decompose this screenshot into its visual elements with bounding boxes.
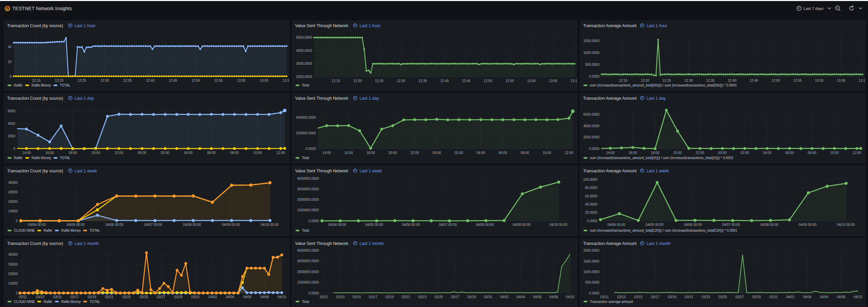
svg-text:20:00: 20:00	[673, 151, 682, 155]
svg-text:04/05 00:00: 04/05 00:00	[365, 223, 383, 227]
svg-text:Rafiki: Rafiki	[43, 300, 52, 304]
svg-text:2000.0000: 2000.0000	[583, 249, 600, 252]
svg-text:04/02: 04/02	[209, 295, 217, 299]
svg-text:TOTAL: TOTAL	[90, 229, 101, 232]
svg-text:Transaction Count (by source): Transaction Count (by source)	[7, 96, 63, 101]
svg-text:40000: 40000	[8, 253, 18, 256]
svg-text:12:55: 12:55	[793, 79, 802, 82]
svg-text:03/15: 03/15	[634, 295, 643, 299]
svg-text:03/29: 03/29	[752, 295, 761, 299]
svg-text:04/10 00:00: 04/10 00:00	[549, 223, 567, 227]
svg-text:0.0000: 0.0000	[587, 219, 597, 223]
svg-text:12:35: 12:35	[123, 79, 132, 82]
svg-text:Rafiki: Rafiki	[43, 229, 52, 232]
svg-text:Total: Total	[302, 83, 309, 87]
svg-text:03/25: 03/25	[719, 295, 727, 299]
svg-text:04/04 00:00: 04/04 00:00	[328, 223, 346, 227]
svg-text:14:00: 14:00	[22, 151, 31, 155]
svg-text:Value Sent Through Network: Value Sent Through Network	[295, 241, 349, 246]
svg-text:13:00: 13:00	[815, 79, 824, 82]
svg-text:sum (increase(transactions_amo: sum (increase(transactions_amount_total[…	[590, 229, 738, 232]
svg-text:04/08: 04/08	[549, 295, 558, 299]
svg-text:04/04: 04/04	[517, 295, 525, 299]
svg-text:03/15: 03/15	[352, 295, 361, 299]
svg-text:10000: 10000	[8, 282, 18, 285]
svg-text:04/06 00:00: 04/06 00:00	[684, 223, 702, 227]
svg-text:03/29: 03/29	[467, 295, 476, 299]
svg-text:06:00: 06:00	[785, 151, 794, 155]
svg-text:0: 0	[16, 219, 18, 223]
svg-text:Last 7 days: Last 7 days	[803, 6, 824, 11]
svg-text:03/17: 03/17	[369, 295, 377, 299]
svg-text:TOTAL: TOTAL	[90, 300, 101, 304]
svg-text:14:00: 14:00	[606, 151, 615, 155]
svg-text:4000.0000: 4000.0000	[296, 49, 312, 53]
svg-text:0.0000: 0.0000	[589, 291, 599, 295]
svg-text:18:00: 18:00	[366, 151, 375, 155]
svg-text:Value Sent Through Network: Value Sent Through Network	[295, 96, 349, 101]
svg-text:12:30: 12:30	[397, 79, 405, 83]
svg-text:12:00: 12:00	[276, 151, 285, 155]
svg-text:04/04: 04/04	[226, 295, 234, 299]
svg-text:03/23: 03/23	[122, 295, 131, 299]
svg-text:04/10: 04/10	[854, 295, 862, 299]
svg-text:13:00: 13:00	[527, 79, 536, 83]
svg-text:sum (increase(transactions_amo: sum (increase(transactions_amount_total[…	[590, 156, 734, 160]
svg-text:00:00: 00:00	[138, 151, 146, 155]
svg-text:03/31: 03/31	[191, 295, 200, 299]
svg-text:08:00: 08:00	[808, 151, 816, 155]
svg-text:04/10 00:00: 04/10 00:00	[837, 223, 855, 227]
svg-text:Last 1 week: Last 1 week	[647, 169, 669, 173]
svg-text:04/05 00:00: 04/05 00:00	[646, 223, 664, 227]
svg-text:Last 1 hour: Last 1 hour	[360, 23, 381, 28]
svg-text:Total: Total	[302, 229, 309, 232]
svg-text:03/19: 03/19	[385, 295, 394, 299]
svg-text:Last 1 day: Last 1 day	[75, 96, 94, 101]
svg-text:03/29: 03/29	[174, 295, 182, 299]
svg-text:12:35: 12:35	[418, 79, 427, 83]
svg-text:Transaction Average Amount: Transaction Average Amount	[583, 169, 637, 173]
svg-text:20.0000: 20.0000	[585, 211, 598, 214]
svg-text:04/06 00:00: 04/06 00:00	[402, 223, 420, 227]
svg-text:04/10: 04/10	[566, 295, 574, 299]
svg-text:13:00: 13:00	[237, 79, 246, 82]
svg-text:03/13: 03/13	[36, 295, 44, 299]
svg-text:03/25: 03/25	[434, 295, 443, 299]
svg-text:02:00: 02:00	[741, 151, 749, 155]
svg-text:Transaction Average Amount: Transaction Average Amount	[583, 23, 637, 28]
svg-text:Last 1 month: Last 1 month	[75, 241, 99, 246]
svg-text:60.0000: 60.0000	[585, 194, 598, 198]
svg-text:0.0000: 0.0000	[589, 147, 599, 151]
svg-text:18:00: 18:00	[651, 151, 659, 155]
svg-text:1000.0000: 1000.0000	[583, 270, 600, 274]
svg-text:02:00: 02:00	[454, 151, 463, 155]
svg-text:16:00: 16:00	[46, 151, 54, 155]
svg-text:03/31: 03/31	[769, 295, 778, 299]
svg-text:Transaction Count (by source): Transaction Count (by source)	[7, 241, 63, 246]
svg-text:2000: 2000	[8, 134, 16, 138]
svg-text:06:00: 06:00	[499, 151, 507, 155]
svg-text:03/21: 03/21	[402, 295, 410, 299]
svg-text:06:00: 06:00	[207, 151, 216, 155]
svg-text:80.0000: 80.0000	[585, 186, 598, 190]
svg-text:04/06 00:00: 04/06 00:00	[106, 223, 124, 227]
svg-text:Last 1 hour: Last 1 hour	[75, 23, 96, 28]
svg-text:0: 0	[16, 291, 18, 295]
svg-text:03/15: 03/15	[53, 295, 61, 299]
svg-text:04/06: 04/06	[533, 295, 541, 299]
svg-text:22:00: 22:00	[115, 151, 123, 155]
svg-text:20: 20	[8, 60, 12, 64]
svg-text:04/04 00:00: 04/04 00:00	[28, 223, 46, 227]
svg-text:Value Sent Through Network: Value Sent Through Network	[295, 23, 349, 28]
svg-text:03/19: 03/19	[88, 295, 96, 299]
svg-text:12:30: 12:30	[684, 79, 693, 82]
svg-text:04/06: 04/06	[243, 295, 252, 299]
svg-text:03/23: 03/23	[702, 295, 710, 299]
svg-text:12:25: 12:25	[78, 79, 86, 82]
svg-text:Total: Total	[302, 156, 309, 160]
svg-text:12:35: 12:35	[706, 79, 715, 82]
svg-text:03/25: 03/25	[140, 295, 148, 299]
svg-text:03/13: 03/13	[617, 295, 626, 299]
svg-text:08:00: 08:00	[521, 151, 529, 155]
svg-text:40.0000: 40.0000	[585, 203, 598, 206]
